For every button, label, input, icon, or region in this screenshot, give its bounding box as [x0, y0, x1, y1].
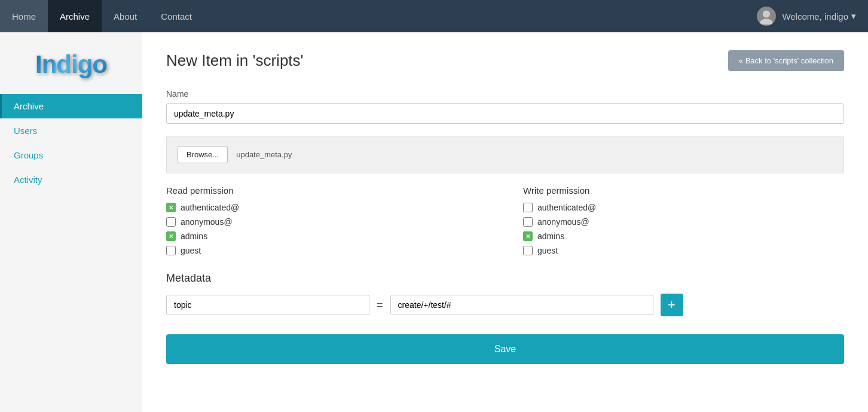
read-admins-checked[interactable] [166, 231, 176, 241]
name-label: Name [166, 89, 844, 99]
sidebar-item-archive[interactable]: Archive [0, 94, 142, 118]
top-navigation: Home Archive About Contact Welcome, indi… [0, 0, 868, 32]
write-perm-anonymous: anonymous@ [523, 217, 844, 227]
read-permission-block: Read permission authenticated@ anonymous… [166, 185, 487, 260]
sidebar-item-users[interactable]: Users [0, 118, 142, 143]
write-permission-title: Write permission [523, 185, 844, 196]
file-upload-area: Browse... update_meta.py [166, 136, 844, 173]
write-permission-block: Write permission authenticated@ anonymou… [523, 185, 844, 260]
write-perm-authenticated: authenticated@ [523, 203, 844, 212]
browse-button[interactable]: Browse... [178, 146, 228, 163]
metadata-row: = + [166, 294, 844, 316]
save-button[interactable]: Save [166, 334, 844, 364]
read-perm-admins: admins [166, 231, 487, 241]
file-name: update_meta.py [236, 150, 292, 159]
nav-links: Home Archive About Contact [0, 0, 745, 32]
metadata-value-input[interactable] [390, 295, 653, 315]
read-authenticated-checked[interactable] [166, 203, 176, 212]
dropdown-icon: ▾ [851, 11, 856, 22]
nav-home[interactable]: Home [0, 0, 48, 32]
sidebar-logo: Indigo [0, 38, 142, 91]
nav-contact[interactable]: Contact [149, 0, 204, 32]
page-header: New Item in 'scripts' « Back to 'scripts… [166, 50, 844, 71]
app-layout: Indigo Archive Users Groups Activity New… [0, 32, 868, 412]
sidebar-item-activity[interactable]: Activity [0, 167, 142, 192]
read-perm-authenticated: authenticated@ [166, 203, 487, 212]
avatar [757, 7, 776, 26]
name-field-group: Name [166, 89, 844, 124]
sidebar: Indigo Archive Users Groups Activity [0, 32, 142, 412]
metadata-section: Metadata = + [166, 272, 844, 316]
metadata-key-input[interactable] [166, 295, 369, 315]
read-permission-title: Read permission [166, 185, 487, 196]
user-label: Welcome, indigo [782, 11, 848, 22]
name-input[interactable] [166, 103, 844, 124]
permissions-row: Read permission authenticated@ anonymous… [166, 185, 844, 260]
user-menu[interactable]: Welcome, indigo ▾ [745, 7, 868, 26]
read-guest-checkbox[interactable] [166, 246, 176, 255]
svg-point-0 [763, 10, 770, 17]
write-perm-guest: guest [523, 246, 844, 255]
read-anonymous-checkbox[interactable] [166, 217, 176, 227]
read-perm-anonymous: anonymous@ [166, 217, 487, 227]
page-title: New Item in 'scripts' [166, 51, 304, 70]
add-metadata-button[interactable]: + [661, 294, 683, 316]
back-button[interactable]: « Back to 'scripts' collection [728, 50, 844, 71]
equals-sign: = [377, 299, 383, 312]
write-guest-checkbox[interactable] [523, 246, 533, 255]
main-content: New Item in 'scripts' « Back to 'scripts… [142, 32, 868, 412]
save-bar: Save [166, 334, 844, 364]
write-authenticated-checkbox[interactable] [523, 203, 533, 212]
sidebar-item-groups[interactable]: Groups [0, 143, 142, 167]
sidebar-nav: Archive Users Groups Activity [0, 94, 142, 192]
logo-text: Indigo [35, 50, 107, 79]
write-anonymous-checkbox[interactable] [523, 217, 533, 227]
write-perm-admins: admins [523, 231, 844, 241]
nav-about[interactable]: About [102, 0, 149, 32]
write-admins-checked[interactable] [523, 231, 533, 241]
svg-point-1 [760, 19, 773, 25]
read-perm-guest: guest [166, 246, 487, 255]
nav-archive[interactable]: Archive [48, 0, 102, 32]
metadata-title: Metadata [166, 272, 844, 285]
